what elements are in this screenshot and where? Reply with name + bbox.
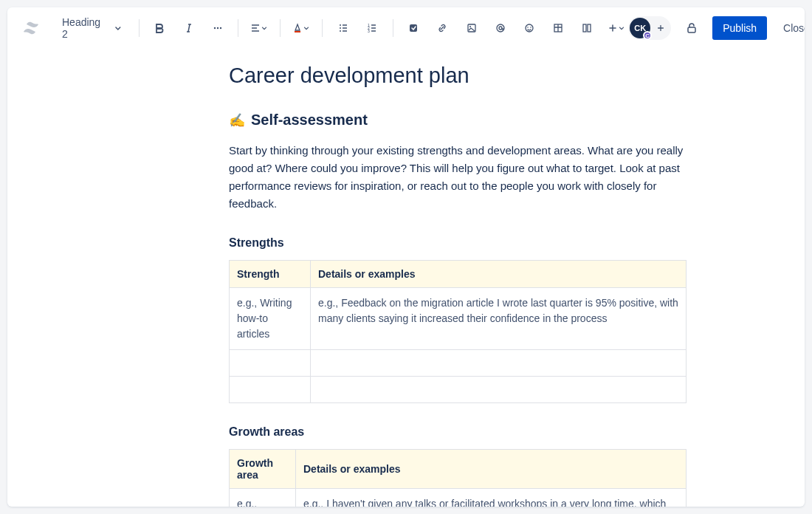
svg-rect-39 bbox=[688, 27, 695, 32]
heading-select-label: Heading 2 bbox=[62, 16, 108, 40]
layouts-button[interactable] bbox=[576, 16, 599, 40]
svg-point-10 bbox=[340, 24, 341, 26]
toolbar: Heading 2 bbox=[7, 7, 805, 49]
presence-badge: C bbox=[643, 31, 652, 40]
more-horizontal-icon bbox=[213, 23, 223, 33]
italic-button[interactable] bbox=[177, 16, 200, 40]
chevron-down-icon bbox=[303, 24, 310, 32]
chevron-down-icon bbox=[114, 24, 123, 32]
table-cell[interactable] bbox=[311, 377, 687, 403]
mention-icon bbox=[495, 23, 506, 33]
svg-point-5 bbox=[220, 27, 221, 29]
table-row[interactable]: e.g., Writing how-to articles e.g., Feed… bbox=[230, 288, 687, 350]
heading-style-select[interactable]: Heading 2 bbox=[55, 12, 130, 44]
toolbar-separator bbox=[280, 19, 281, 37]
mention-button[interactable] bbox=[489, 16, 512, 40]
growth-heading[interactable]: Growth areas bbox=[229, 425, 687, 439]
editor-content[interactable]: Career development plan ✍️ Self-assessme… bbox=[7, 49, 805, 507]
toolbar-separator bbox=[393, 19, 393, 37]
bold-button[interactable] bbox=[148, 16, 171, 40]
avatar[interactable]: CK C bbox=[630, 18, 650, 38]
close-button[interactable]: Close bbox=[776, 16, 805, 40]
table-header[interactable]: Details or examples bbox=[296, 450, 687, 489]
link-icon bbox=[437, 23, 447, 33]
image-button[interactable] bbox=[460, 16, 483, 40]
svg-point-14 bbox=[340, 30, 341, 32]
align-left-icon bbox=[250, 23, 261, 33]
section-heading-self-assessment[interactable]: ✍️ Self-assessment bbox=[229, 112, 687, 128]
chevron-down-icon bbox=[618, 24, 625, 32]
svg-point-28 bbox=[527, 27, 529, 28]
svg-rect-22 bbox=[410, 24, 417, 32]
table-header[interactable]: Growth area bbox=[230, 450, 296, 489]
unlock-icon bbox=[685, 21, 698, 35]
table-cell[interactable]: e.g., Public speaking bbox=[230, 489, 296, 507]
toolbar-right: CK C Publish Close bbox=[628, 16, 805, 40]
svg-rect-33 bbox=[583, 24, 586, 32]
editor-window: Heading 2 bbox=[7, 7, 805, 507]
toolbar-left: Heading 2 bbox=[22, 12, 628, 44]
table-cell[interactable]: e.g., Writing how-to articles bbox=[230, 288, 311, 350]
alignment-button[interactable] bbox=[247, 16, 271, 40]
page-title[interactable]: Career development plan bbox=[229, 64, 687, 88]
plus-icon bbox=[608, 23, 618, 33]
more-formatting-button[interactable] bbox=[206, 16, 229, 40]
growth-table[interactable]: Growth area Details or examples e.g., Pu… bbox=[229, 449, 687, 507]
table-button[interactable] bbox=[547, 16, 570, 40]
restrictions-button[interactable] bbox=[680, 16, 703, 40]
table-row[interactable] bbox=[230, 350, 687, 377]
svg-line-2 bbox=[188, 24, 190, 32]
emoji-icon bbox=[524, 23, 534, 33]
link-button[interactable] bbox=[431, 16, 454, 40]
toolbar-separator bbox=[238, 19, 238, 37]
table-header[interactable]: Details or examples bbox=[311, 261, 687, 288]
table-header[interactable]: Strength bbox=[230, 261, 311, 288]
svg-point-3 bbox=[214, 27, 216, 29]
plus-icon bbox=[656, 24, 665, 32]
confluence-icon bbox=[22, 19, 40, 37]
bold-icon bbox=[154, 23, 165, 33]
text-color-button[interactable] bbox=[289, 16, 313, 40]
svg-point-24 bbox=[469, 26, 471, 27]
insert-button[interactable] bbox=[605, 16, 628, 40]
writing-hand-icon: ✍️ bbox=[229, 112, 245, 128]
strengths-heading[interactable]: Strengths bbox=[229, 236, 687, 250]
emoji-button[interactable] bbox=[517, 16, 540, 40]
bullet-list-icon bbox=[338, 23, 348, 33]
svg-point-29 bbox=[530, 27, 531, 28]
table-cell[interactable]: e.g., I haven't given any talks or facil… bbox=[296, 489, 687, 507]
svg-rect-34 bbox=[588, 24, 591, 32]
text-color-icon bbox=[292, 23, 303, 33]
svg-point-12 bbox=[340, 27, 341, 29]
action-item-button[interactable] bbox=[402, 16, 425, 40]
app-logo[interactable] bbox=[22, 19, 40, 37]
svg-point-4 bbox=[217, 27, 219, 29]
table-cell[interactable] bbox=[311, 350, 687, 377]
table-icon bbox=[553, 23, 563, 33]
svg-text:3: 3 bbox=[368, 29, 370, 33]
numbered-list-icon: 123 bbox=[367, 23, 377, 33]
bullet-list-button[interactable] bbox=[331, 16, 354, 40]
numbered-list-button[interactable]: 123 bbox=[360, 16, 383, 40]
table-row[interactable]: e.g., Public speaking e.g., I haven't gi… bbox=[230, 489, 687, 507]
layout-icon bbox=[582, 23, 592, 33]
intro-paragraph[interactable]: Start by thinking through your existing … bbox=[229, 142, 687, 213]
chevron-down-icon bbox=[261, 24, 268, 32]
publish-button[interactable]: Publish bbox=[712, 16, 767, 40]
image-icon bbox=[467, 23, 477, 33]
table-cell[interactable] bbox=[230, 377, 311, 403]
checkbox-icon bbox=[408, 23, 419, 33]
toolbar-separator bbox=[322, 19, 323, 37]
section-heading-text: Self-assessment bbox=[251, 112, 368, 128]
italic-icon bbox=[184, 23, 194, 33]
collaborator-group[interactable]: CK C bbox=[628, 16, 671, 40]
invite-button[interactable] bbox=[652, 19, 670, 37]
table-cell[interactable]: e.g., Feedback on the migration article … bbox=[311, 288, 687, 350]
toolbar-separator bbox=[139, 19, 140, 37]
table-cell[interactable] bbox=[230, 350, 311, 377]
table-row[interactable] bbox=[230, 377, 687, 403]
strengths-table[interactable]: Strength Details or examples e.g., Writi… bbox=[229, 260, 687, 403]
document-body: Career development plan ✍️ Self-assessme… bbox=[125, 64, 687, 507]
